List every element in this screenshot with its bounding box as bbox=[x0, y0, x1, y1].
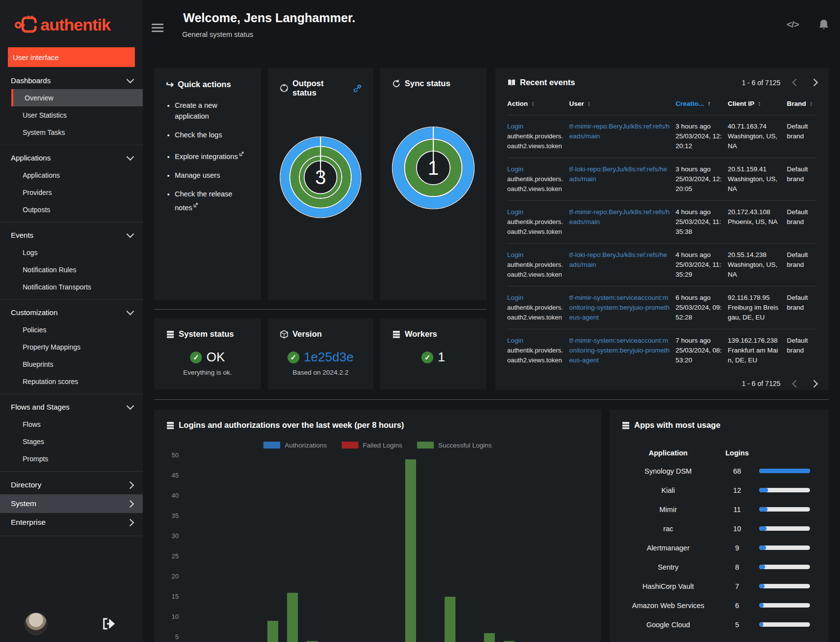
version-title: Version bbox=[292, 329, 322, 339]
apps-usage-card: Apps with most usage ApplicationLoginsSy… bbox=[610, 410, 829, 642]
event-creation-cell: 7 hours ago25/03/2024, 08:53:20 bbox=[676, 336, 727, 365]
sync-icon bbox=[392, 79, 401, 88]
event-relative-time: 7 hours ago bbox=[676, 336, 723, 346]
column-header-logins: Logins bbox=[715, 448, 759, 458]
chart-bar bbox=[484, 633, 495, 642]
sidebar-item-outposts[interactable]: Outposts bbox=[0, 201, 143, 218]
sort-icon[interactable]: ↕ bbox=[531, 100, 535, 107]
system-status-value: OK bbox=[206, 350, 225, 365]
outpost-status-card: Outpost status 3 bbox=[268, 68, 373, 300]
sidebar-section-dashboards[interactable]: Dashboards bbox=[0, 72, 143, 89]
column-header-action[interactable]: Action↕ bbox=[507, 99, 568, 109]
event-action-link[interactable]: Login bbox=[507, 122, 564, 131]
quick-action-item[interactable]: Check the logs bbox=[175, 129, 249, 140]
bell-icon[interactable] bbox=[818, 19, 829, 31]
sidebar-section-applications[interactable]: Applications bbox=[0, 149, 143, 166]
pagination-next-icon[interactable] bbox=[810, 79, 818, 87]
event-action-link[interactable]: Login bbox=[507, 164, 564, 174]
event-user-link[interactable]: tf-mimir-repo:BeryJu/k8s:ref:refs/heads/… bbox=[569, 122, 671, 141]
legend-label: Authorizations bbox=[285, 442, 327, 449]
chevron-down-icon bbox=[127, 153, 134, 161]
sync-status-title: Sync status bbox=[405, 79, 451, 88]
sidebar-item-overview[interactable]: Overview bbox=[11, 89, 143, 106]
sidebar-item-flows[interactable]: Flows bbox=[0, 416, 143, 433]
sidebar-item-user-statistics[interactable]: User Statistics bbox=[0, 106, 143, 124]
sidebar-item-notification-rules[interactable]: Notification Rules bbox=[0, 261, 143, 278]
sort-icon[interactable]: ↕ bbox=[809, 100, 813, 107]
sort-icon[interactable]: ↕ bbox=[758, 100, 761, 107]
sidebar-item-logs[interactable]: Logs bbox=[0, 244, 143, 261]
event-brand-cell: Default brand bbox=[787, 164, 817, 194]
event-user-link[interactable]: tf-loki-repo:BeryJu/k8s:ref:refs/heads/m… bbox=[569, 250, 671, 270]
external-link-icon bbox=[239, 148, 244, 159]
avatar[interactable] bbox=[25, 612, 47, 635]
sidebar-item-reputation-scores[interactable]: Reputation scores bbox=[0, 373, 143, 390]
pagination-next-icon[interactable] bbox=[810, 380, 818, 387]
quick-action-item[interactable]: Explore integrations bbox=[175, 148, 249, 162]
sort-icon[interactable]: ↕ bbox=[587, 100, 591, 107]
chevron-right-icon bbox=[127, 481, 134, 489]
y-tick-label: 45 bbox=[166, 472, 179, 479]
menu-icon[interactable] bbox=[152, 22, 163, 34]
chevron-down-icon bbox=[127, 402, 134, 410]
event-action-link[interactable]: Login bbox=[507, 250, 564, 260]
sidebar-section-customization[interactable]: Customization bbox=[0, 304, 143, 321]
chart-legend: AuthorizationsFailed LoginsSuccessful Lo… bbox=[166, 442, 589, 449]
event-action-link[interactable]: Login bbox=[507, 293, 564, 303]
sidebar-item-providers[interactable]: Providers bbox=[0, 184, 143, 201]
app-usage-bar bbox=[759, 584, 810, 588]
app-name: Google Cloud bbox=[621, 620, 715, 630]
sidebar-section-enterprise[interactable]: Enterprise bbox=[0, 513, 143, 532]
chart-bar bbox=[405, 459, 416, 642]
y-tick-label: 50 bbox=[166, 451, 179, 459]
event-context: authentik.providers.oauth2.views.token bbox=[507, 217, 564, 237]
sidebar-item-stages[interactable]: Stages bbox=[0, 433, 143, 450]
app-name: rac bbox=[621, 524, 715, 534]
page-title: Welcome, Jens Langhammer. bbox=[183, 11, 355, 25]
sidebar-item-policies[interactable]: Policies bbox=[0, 321, 143, 338]
logout-icon[interactable] bbox=[102, 618, 115, 630]
sidebar-item-prompts[interactable]: Prompts bbox=[0, 450, 143, 467]
section-label: Dashboards bbox=[11, 76, 51, 85]
sidebar-item-applications[interactable]: Applications bbox=[0, 166, 143, 184]
event-user-link[interactable]: tf-mimir-system:serviceaccount:monitorin… bbox=[569, 336, 671, 365]
quick-action-item[interactable]: Create a new application bbox=[175, 100, 249, 122]
event-action-link[interactable]: Login bbox=[507, 207, 564, 217]
quick-action-item[interactable]: Manage users bbox=[175, 170, 249, 181]
app-usage-bar-fill bbox=[759, 526, 767, 531]
apps-usage-row: Google Cloud5 bbox=[621, 615, 817, 634]
event-user-cell: tf-mimir-repo:BeryJu/k8s:ref:refs/heads/… bbox=[569, 122, 675, 151]
legend-swatch bbox=[417, 442, 434, 449]
event-user-link[interactable]: tf-mimir-repo:BeryJu/k8s:ref:refs/heads/… bbox=[569, 207, 671, 227]
column-header-brand[interactable]: Brand↕ bbox=[787, 99, 817, 109]
version-value[interactable]: 1e25d3e bbox=[304, 350, 354, 365]
quick-action-item[interactable]: Check the release notes bbox=[175, 189, 249, 213]
outpost-link-icon[interactable] bbox=[354, 84, 361, 93]
pagination-prev-icon[interactable] bbox=[792, 79, 800, 87]
app-name: Kiali bbox=[621, 485, 715, 495]
column-header-creatio[interactable]: Creatio...↑ bbox=[676, 99, 727, 109]
event-action-link[interactable]: Login bbox=[507, 336, 564, 346]
sidebar-item-property-mappings[interactable]: Property Mappings bbox=[0, 338, 143, 355]
chevron-right-icon bbox=[127, 518, 134, 526]
sidebar-item-notification-transports[interactable]: Notification Transports bbox=[0, 278, 143, 295]
user-interface-button[interactable]: User interface bbox=[8, 47, 135, 67]
book-icon bbox=[507, 78, 516, 87]
apps-usage-row: Sentry8 bbox=[621, 557, 817, 577]
sidebar-section-system[interactable]: System bbox=[0, 494, 143, 513]
code-icon[interactable]: </> bbox=[787, 19, 799, 30]
pagination-prev-icon[interactable] bbox=[792, 380, 800, 387]
column-header-user[interactable]: User↕ bbox=[569, 99, 675, 109]
server-icon bbox=[166, 330, 175, 339]
sidebar-item-system-tasks[interactable]: System Tasks bbox=[0, 124, 143, 141]
sidebar-item-blueprints[interactable]: Blueprints bbox=[0, 355, 143, 373]
sidebar-section-flows-and-stages[interactable]: Flows and Stages bbox=[0, 398, 143, 416]
column-header-clientip[interactable]: Client IP↕ bbox=[728, 99, 786, 109]
logins-chart-card: Logins and authorizations over the last … bbox=[154, 410, 601, 642]
sidebar-section-events[interactable]: Events bbox=[0, 226, 143, 244]
event-user-link[interactable]: tf-mimir-system:serviceaccount:monitorin… bbox=[569, 293, 671, 322]
event-user-link[interactable]: tf-loki-repo:BeryJu/k8s:ref:refs/heads/m… bbox=[569, 164, 671, 184]
sort-icon[interactable]: ↑ bbox=[708, 100, 711, 107]
section-label: Events bbox=[11, 231, 33, 239]
sidebar-section-directory[interactable]: Directory bbox=[0, 476, 143, 494]
